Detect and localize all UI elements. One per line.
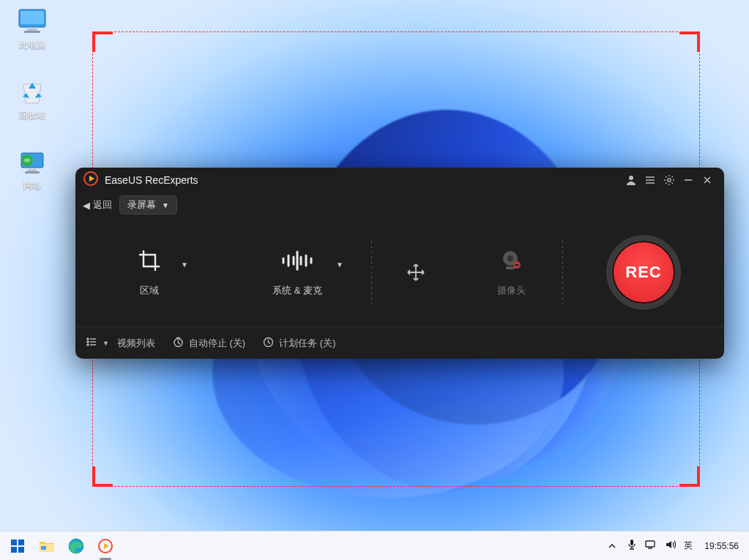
tray-expand-icon[interactable] <box>605 534 619 558</box>
svg-point-9 <box>629 176 633 180</box>
recexperts-window: EaseUS RecExperts ◀ 返回 <box>75 168 724 359</box>
start-button[interactable] <box>6 534 29 558</box>
volume-icon[interactable] <box>665 540 677 552</box>
settings-button[interactable] <box>660 171 679 190</box>
svg-rect-30 <box>630 540 633 545</box>
network-tray-icon[interactable] <box>644 540 657 552</box>
svg-rect-7 <box>25 171 40 173</box>
option-label: 摄像头 <box>497 284 526 297</box>
network-icon <box>15 146 50 177</box>
move-arrows-icon <box>406 259 426 285</box>
svg-rect-24 <box>18 547 24 553</box>
option-camera[interactable]: 摄像头 <box>460 247 562 297</box>
svg-rect-15 <box>515 264 519 266</box>
main-options-row: ▼ 区域 ▼ 系统 & 麦克 摄像 <box>75 217 724 326</box>
monitor-icon <box>15 6 50 37</box>
svg-point-12 <box>507 255 513 261</box>
desktop-background: 此电脑 回收站 网络 EaseUS RecExperts <box>0 0 749 560</box>
system-tray: 英 19:55:56 <box>605 534 743 558</box>
microphone-icon[interactable] <box>627 539 637 553</box>
taskbar-edge[interactable] <box>64 534 88 558</box>
list-icon <box>86 336 97 350</box>
videolist-button[interactable]: ▼ 视频列表 <box>86 336 155 350</box>
triangle-down-icon: ▼ <box>103 340 109 347</box>
svg-point-18 <box>87 344 89 346</box>
option-region[interactable]: ▼ 区域 <box>75 247 223 297</box>
back-label: 返回 <box>93 198 112 212</box>
minimize-button[interactable] <box>679 171 698 190</box>
ime-indicator[interactable]: 英 <box>684 540 693 552</box>
clock-icon <box>263 337 274 350</box>
record-mode-dropdown[interactable]: 录屏幕 ▼ <box>119 195 177 214</box>
svg-point-10 <box>668 179 671 182</box>
option-label: 区域 <box>140 284 159 297</box>
desktop-icon-recycle-bin[interactable]: 回收站 <box>4 76 61 122</box>
desktop-icon-label: 网络 <box>4 179 61 192</box>
triangle-down-icon: ▼ <box>336 261 343 269</box>
menu-button[interactable] <box>641 171 660 190</box>
option-audio[interactable]: ▼ 系统 & 麦克 <box>223 247 371 297</box>
triangle-down-icon: ▼ <box>181 261 188 269</box>
window-bottombar: ▼ 视频列表 自动停止 (关) 计划任务 (关) <box>75 326 724 359</box>
window-titlebar[interactable]: EaseUS RecExperts <box>75 168 724 193</box>
svg-rect-26 <box>41 546 46 550</box>
record-mode-label: 录屏幕 <box>127 198 156 212</box>
app-logo-icon <box>83 171 99 190</box>
videolist-label: 视频列表 <box>117 337 155 350</box>
record-label: REC <box>625 263 661 282</box>
window-subbar: ◀ 返回 录屏幕 ▼ <box>75 193 724 217</box>
audio-wave-icon: ▼ <box>279 247 316 274</box>
svg-rect-3 <box>24 31 40 33</box>
schedule-button[interactable]: 计划任务 (关) <box>263 337 335 350</box>
taskbar-recexperts[interactable] <box>94 534 117 558</box>
svg-point-16 <box>87 338 89 340</box>
svg-point-17 <box>87 341 89 343</box>
triangle-down-icon: ▼ <box>162 201 169 209</box>
desktop-icon-this-pc[interactable]: 此电脑 <box>4 6 61 51</box>
desktop-icon-label: 回收站 <box>4 109 61 122</box>
window-title: EaseUS RecExperts <box>105 174 198 186</box>
svg-rect-31 <box>646 541 655 547</box>
option-move[interactable] <box>372 259 460 285</box>
account-button[interactable] <box>622 171 641 190</box>
webcam-off-icon <box>499 247 523 274</box>
autostop-label: 自动停止 (关) <box>189 337 245 350</box>
option-label: 系统 & 麦克 <box>272 284 322 297</box>
close-button[interactable] <box>698 171 717 190</box>
desktop-icon-label: 此电脑 <box>4 39 61 51</box>
svg-rect-21 <box>11 540 17 545</box>
desktop-icon-network[interactable]: 网络 <box>4 146 61 192</box>
triangle-left-icon: ◀ <box>83 200 90 211</box>
schedule-label: 计划任务 (关) <box>279 337 335 350</box>
taskbar-file-explorer[interactable] <box>35 534 59 558</box>
autostop-button[interactable]: 自动停止 (关) <box>173 337 245 350</box>
svg-rect-2 <box>27 29 37 31</box>
crop-icon: ▼ <box>137 247 162 274</box>
svg-rect-23 <box>11 547 17 553</box>
svg-rect-1 <box>21 11 44 24</box>
svg-rect-22 <box>18 540 24 545</box>
timer-icon <box>173 337 184 350</box>
recycle-bin-icon <box>15 76 50 107</box>
svg-rect-6 <box>28 169 37 171</box>
svg-rect-13 <box>506 266 515 269</box>
taskbar: 英 19:55:56 <box>0 531 749 560</box>
record-button[interactable]: REC <box>606 235 681 310</box>
back-button[interactable]: ◀ 返回 <box>83 198 112 212</box>
taskbar-clock[interactable]: 19:55:56 <box>700 541 743 551</box>
